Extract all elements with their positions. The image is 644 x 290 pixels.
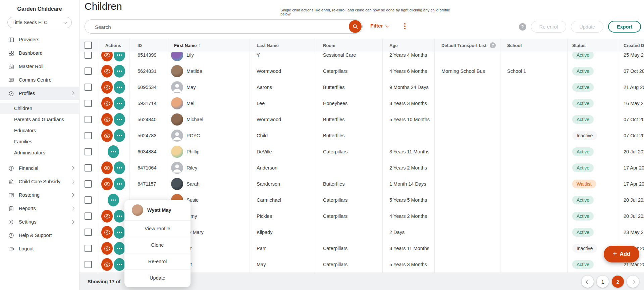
cell-school [500, 240, 568, 256]
more-actions-button[interactable] [108, 194, 119, 206]
sidebar-item-settings[interactable]: Settings [0, 215, 79, 229]
row-checkbox[interactable] [85, 100, 92, 107]
cell-age: 2 Years 2 Months [383, 160, 435, 176]
add-button[interactable]: + Add [604, 246, 639, 262]
status-badge: Inactive [572, 131, 597, 140]
sidebar-item-administrators[interactable]: Administrators [0, 147, 79, 158]
help-icon[interactable]: ? [490, 42, 496, 48]
cell-last-name-value: Y [257, 52, 260, 58]
view-profile-button[interactable] [101, 65, 113, 78]
cell-age: 9 Months 24 Days [383, 79, 435, 95]
kebab-menu-icon[interactable] [403, 22, 407, 30]
cell-id: 5931714 [129, 95, 167, 111]
sidebar-item-help-support[interactable]: ?Help & Support [0, 229, 79, 242]
column-header-actions: Actions [97, 39, 129, 52]
cell-first-name: May [167, 79, 250, 95]
view-profile-button[interactable] [101, 258, 113, 271]
view-profile-button[interactable] [101, 210, 113, 223]
more-actions-button[interactable] [114, 210, 125, 223]
cell-room: Butterflies [316, 128, 383, 144]
row-checkbox[interactable] [85, 196, 92, 204]
cell-transport [435, 128, 500, 144]
row-checkbox[interactable] [85, 261, 92, 268]
more-actions-button[interactable] [114, 129, 125, 142]
more-actions-button[interactable] [114, 81, 125, 94]
help-icon[interactable]: ? [519, 23, 526, 31]
view-profile-button[interactable] [101, 113, 113, 126]
sidebar-item-families[interactable]: Families [0, 136, 79, 147]
row-checkbox[interactable] [85, 164, 92, 172]
row-checkbox[interactable] [85, 67, 92, 75]
row-checkbox[interactable] [85, 51, 92, 59]
column-header-age: Age [383, 39, 435, 52]
sidebar-item-logout[interactable]: Logout [0, 242, 79, 255]
more-actions-button[interactable] [114, 97, 125, 110]
context-menu-item-view-profile[interactable]: View Profile [124, 220, 191, 237]
view-profile-button[interactable] [101, 97, 113, 110]
more-actions-button[interactable] [114, 65, 125, 78]
view-profile-button[interactable] [101, 242, 113, 255]
more-actions-button[interactable] [108, 145, 119, 158]
sidebar-item-parents-and-guardians[interactable]: Parents and Guardians [0, 114, 79, 125]
sidebar-item-profiles[interactable]: Profiles [0, 87, 79, 100]
context-menu-item-update[interactable]: Update [124, 270, 191, 286]
sidebar-item-educators[interactable]: Educators [0, 125, 79, 136]
select-all-checkbox[interactable] [85, 42, 92, 49]
sidebar-item-rostering[interactable]: Rostering [0, 188, 79, 202]
created-date-value: 25 May 20 [624, 52, 644, 58]
profiles-icon [8, 90, 14, 96]
context-menu-item-re-enrol[interactable]: Re-enrol [124, 253, 191, 270]
next-page-button[interactable] [627, 276, 639, 288]
cell-transport [435, 224, 500, 240]
sidebar-item-reports[interactable]: Reports [0, 202, 79, 215]
sidebar-item-label: Providers [19, 37, 39, 42]
row-checkbox[interactable] [85, 212, 92, 220]
status-badge: Active [572, 83, 594, 92]
row-checkbox[interactable] [85, 132, 92, 139]
more-actions-button[interactable] [114, 242, 125, 255]
more-actions-button[interactable] [114, 226, 125, 239]
view-profile-button[interactable] [101, 178, 113, 190]
dashboard-icon [8, 50, 14, 56]
view-profile-button[interactable] [101, 161, 113, 174]
cell-room-value: Butterflies [323, 85, 344, 90]
sidebar-item-comms-centre[interactable]: Comms Centre [0, 73, 79, 87]
more-actions-button[interactable] [114, 113, 125, 126]
row-checkbox[interactable] [85, 229, 92, 236]
context-menu-item-clone[interactable]: Clone [124, 237, 191, 253]
sidebar-item-financial[interactable]: $Financial [0, 161, 79, 175]
row-checkbox[interactable] [85, 148, 92, 155]
previous-page-button[interactable] [582, 276, 594, 288]
sidebar-item-master-roll[interactable]: Master Roll [0, 60, 79, 73]
more-actions-button[interactable] [114, 161, 125, 174]
sidebar-item-children[interactable]: Children [0, 103, 79, 114]
centre-selector[interactable]: Little Seeds ELC [7, 17, 72, 28]
id-value: 6514399 [138, 52, 156, 58]
search-button[interactable] [349, 20, 362, 33]
search-input[interactable] [94, 20, 344, 34]
row-checkbox[interactable] [85, 180, 92, 188]
cell-created-date: 23 May 20 [618, 224, 644, 240]
row-checkbox[interactable] [85, 245, 92, 252]
page-button-2[interactable]: 2 [612, 276, 624, 288]
page-button-1[interactable]: 1 [597, 276, 609, 288]
cell-last-name-value: Child [257, 133, 268, 138]
sidebar-item-dashboard[interactable]: Dashboard [0, 46, 79, 60]
cell-last-name: Child [250, 128, 316, 144]
status-badge: Active [572, 212, 594, 221]
row-checkbox[interactable] [85, 116, 92, 123]
financial-icon: $ [8, 165, 14, 171]
sidebar-item-child-care-subsidy[interactable]: Child Care Subsidy [0, 175, 79, 188]
cell-room: Honeybees [316, 95, 383, 111]
sidebar-item-providers[interactable]: Providers [0, 33, 79, 46]
export-button[interactable]: Export [608, 21, 641, 33]
cell-room-value: Butterflies [323, 133, 344, 138]
cell-first-name: Phillip [167, 144, 250, 160]
view-profile-button[interactable] [101, 226, 113, 239]
filter-button[interactable]: Filter [370, 23, 389, 29]
view-profile-button[interactable] [101, 129, 113, 142]
view-profile-button[interactable] [101, 81, 113, 94]
more-actions-button[interactable] [114, 258, 125, 271]
more-actions-button[interactable] [114, 178, 125, 190]
row-checkbox[interactable] [85, 84, 92, 91]
